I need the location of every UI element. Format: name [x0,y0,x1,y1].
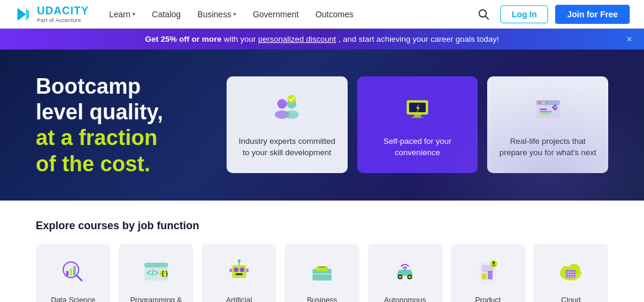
promo-link[interactable]: personalized discount [258,35,336,44]
svg-rect-19 [540,109,547,110]
hero-text: Bootcamp level quality, at a fraction of… [36,73,203,177]
business-icon [306,256,338,288]
nav-item-learn[interactable]: Learn ▾ [103,0,141,29]
feature-card-experts[interactable]: Industry experts committed to your skill… [227,76,348,173]
data-science-icon [57,256,89,288]
course-card-data-science[interactable]: Data Science [36,244,110,302]
nav-item-outcomes[interactable]: Outcomes [309,0,360,29]
svg-rect-11 [414,115,421,117]
course-label-ai: Artificial Intelligence [211,295,267,302]
svg-point-4 [277,99,287,109]
ai-icon [223,256,255,288]
feature-card-selfpaced-text: Self-paced for your convenience [369,136,466,159]
svg-point-18 [546,101,548,104]
nav-item-business[interactable]: Business ▾ [191,0,242,29]
svg-rect-53 [482,273,487,279]
feature-card-projects[interactable]: </> Real-life projects that prepare you … [487,76,608,173]
search-button[interactable] [474,5,493,24]
autonomous-icon [389,256,421,288]
courses-section-title: Explore courses by job function [36,220,608,232]
svg-text:</>: </> [147,268,159,278]
hero-title-line2: level quality, [36,99,203,125]
svg-rect-54 [488,271,493,279]
svg-point-16 [538,101,541,104]
cloud-icon [555,256,587,288]
course-label-product: Product Management [460,295,516,302]
business-arrow-icon: ▾ [233,11,236,17]
course-card-product[interactable]: Product Management [451,244,525,302]
hero-title-yellow1: at a fraction [36,125,203,150]
nav-right: Log In Join for Free [474,5,630,24]
svg-rect-21 [540,113,549,115]
nav-links: Learn ▾ Catalog Business ▾ Government Ou… [103,0,474,29]
svg-rect-12 [411,117,423,118]
svg-point-56 [493,261,495,264]
selfpaced-icon [401,93,434,127]
login-button[interactable]: Log In [500,5,548,23]
course-card-autonomous[interactable]: Autonomous Systems [368,244,442,302]
nav-item-government[interactable]: Government [247,0,305,29]
courses-section: Explore courses by job function Data Sci… [0,201,644,302]
learn-arrow-icon: ▾ [132,11,135,17]
svg-rect-27 [73,266,76,276]
programming-icon: </> { } [140,256,172,288]
svg-rect-37 [236,273,243,275]
course-card-ai[interactable]: Artificial Intelligence [202,244,276,302]
svg-point-39 [237,259,240,262]
promo-banner: Get 25% off or more with your personaliz… [0,29,644,50]
svg-text:</>: </> [554,105,560,109]
svg-rect-20 [540,111,552,113]
svg-line-3 [485,16,488,19]
promo-text: Get 25% off or more with your personaliz… [145,35,499,44]
course-label-programming: Programming & Development [128,295,184,302]
hero-title-yellow2: of the cost. [36,151,203,177]
join-button[interactable]: Join for Free [555,5,630,24]
svg-marker-0 [17,8,26,20]
hero-title-line1: Bootcamp [36,73,203,99]
svg-rect-41 [246,269,249,272]
svg-point-35 [234,267,239,272]
course-card-cloud[interactable]: Cloud Computing [534,244,608,302]
feature-card-experts-text: Industry experts committed to your skill… [239,136,336,159]
course-label-cloud: Cloud Computing [543,295,599,302]
svg-point-17 [542,101,544,104]
svg-point-7 [284,110,299,119]
svg-rect-30 [144,263,168,267]
svg-marker-1 [26,8,29,20]
svg-rect-34 [232,265,246,278]
feature-cards: Industry experts committed to your skill… [227,76,608,173]
svg-point-36 [240,267,244,272]
svg-line-28 [77,276,82,281]
search-icon [478,8,490,20]
course-label-data-science: Data Science [51,295,95,302]
svg-rect-45 [318,266,326,268]
course-card-business[interactable]: Business [284,244,359,302]
feature-card-selfpaced[interactable]: Self-paced for your convenience [357,76,478,173]
course-label-business: Business [307,295,338,302]
projects-icon: </> [531,93,565,127]
promo-close-button[interactable]: × [627,34,632,45]
navbar: UDACITY Part of Accenture Learn ▾ Catalo… [0,0,644,29]
course-cards: Data Science </> { } Programming & Devel… [36,244,608,302]
experts-icon [270,93,304,127]
hero-section: Bootcamp level quality, at a fraction of… [0,50,644,201]
product-icon [472,256,504,288]
logo[interactable]: UDACITY Part of Accenture [14,5,89,24]
course-card-programming[interactable]: </> { } Programming & Development [119,244,193,302]
feature-card-projects-text: Real-life projects that prepare you for … [499,136,596,159]
nav-item-catalog[interactable]: Catalog [146,0,187,29]
course-label-autonomous: Autonomous Systems [377,295,433,302]
svg-rect-44 [312,273,332,275]
logo-text: UDACITY [37,5,89,17]
svg-rect-25 [66,271,69,276]
svg-rect-40 [230,269,232,272]
svg-point-50 [404,268,406,270]
svg-text:{ }: { } [162,270,168,277]
logo-sub: Part of Accenture [37,17,89,23]
udacity-logo-icon [14,5,33,24]
svg-point-49 [408,276,411,278]
svg-rect-26 [70,269,72,276]
svg-point-48 [399,276,401,278]
